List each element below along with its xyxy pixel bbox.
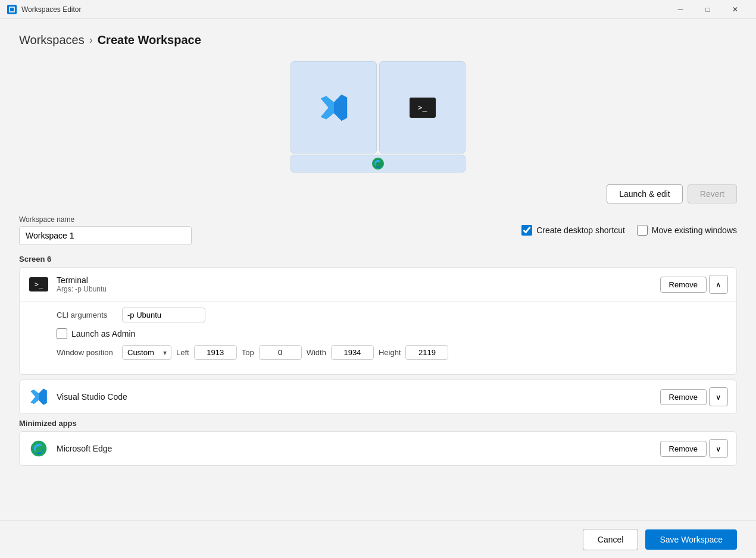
edge-icon-wrapper: [28, 438, 49, 459]
create-shortcut-label: Create desktop shortcut: [536, 225, 625, 235]
vscode-app-icon: [29, 387, 48, 406]
width-input[interactable]: [331, 345, 374, 360]
breadcrumb-parent[interactable]: Workspaces: [19, 33, 85, 47]
preview-edge-window: [290, 155, 466, 173]
preview-vscode-window: [290, 61, 377, 153]
vscode-app-name: Visual Studio Code: [57, 392, 653, 402]
top-input[interactable]: [259, 345, 302, 360]
cli-args-label: CLI arguments: [57, 311, 116, 319]
position-type-select[interactable]: Custom Default: [122, 345, 171, 360]
breadcrumb-current: Create Workspace: [98, 33, 201, 47]
launch-admin-checkbox[interactable]: Launch as Admin: [57, 328, 135, 339]
edge-app-icon: [29, 439, 48, 458]
edge-app-card: Microsoft Edge Remove ∨: [19, 431, 737, 466]
terminal-app-actions: Remove ∧: [660, 275, 728, 294]
edge-app-info: Microsoft Edge: [57, 444, 653, 453]
position-inputs: Custom Default Left Top Width Height: [122, 345, 448, 360]
chevron-down-icon: ∨: [716, 393, 721, 402]
titlebar-controls: ─ □ ✕: [667, 0, 749, 19]
launch-admin-input[interactable]: [57, 328, 67, 339]
terminal-app-icon: >_: [29, 277, 48, 291]
height-input[interactable]: [405, 345, 448, 360]
chevron-up-icon: ∧: [716, 280, 721, 289]
checkboxes-section: Create desktop shortcut Move existing wi…: [521, 225, 737, 236]
minimized-section: Minimized apps Microsoft Edge Remove: [19, 419, 737, 466]
breadcrumb-separator: ›: [89, 34, 93, 46]
bottom-padding: [19, 471, 737, 518]
vscode-app-actions: Remove ∨: [660, 387, 728, 406]
preview-container: >_: [290, 61, 466, 173]
titlebar-title: Workspaces Editor: [21, 5, 81, 14]
edge-remove-button[interactable]: Remove: [660, 441, 707, 457]
height-label: Height: [379, 348, 401, 357]
vscode-app-header: Visual Studio Code Remove ∨: [20, 380, 736, 413]
maximize-button[interactable]: □: [694, 0, 721, 19]
revert-button: Revert: [688, 184, 737, 203]
app-icon: [7, 5, 17, 14]
terminal-app-header: >_ Terminal Args: -p Ubuntu Remove ∧: [20, 268, 736, 301]
move-windows-checkbox[interactable]: Move existing windows: [637, 225, 737, 236]
workspace-settings: Workspace name Create desktop shortcut M…: [19, 215, 737, 245]
edge-app-header: Microsoft Edge Remove ∨: [20, 432, 736, 465]
launch-admin-row: Launch as Admin: [57, 328, 728, 339]
workspace-name-input[interactable]: [19, 226, 192, 245]
cancel-button[interactable]: Cancel: [583, 529, 639, 550]
preview-terminal-window: >_: [379, 61, 466, 153]
create-shortcut-checkbox[interactable]: Create desktop shortcut: [521, 225, 625, 236]
terminal-app-args: Args: -p Ubuntu: [57, 285, 653, 293]
minimized-section-label: Minimized apps: [19, 419, 737, 428]
screen-section-label: Screen 6: [19, 255, 737, 264]
window-position-label: Window position: [57, 348, 116, 357]
terminal-app-card: >_ Terminal Args: -p Ubuntu Remove ∧ CLI…: [19, 267, 737, 375]
chevron-down-icon-edge: ∨: [716, 444, 721, 453]
titlebar-left: Workspaces Editor: [7, 5, 81, 14]
terminal-icon-wrapper: >_: [28, 274, 49, 295]
launch-admin-label: Launch as Admin: [71, 329, 135, 338]
save-workspace-button[interactable]: Save Workspace: [645, 529, 737, 550]
workspace-name-section: Workspace name: [19, 215, 192, 245]
toolbar-row: Launch & edit Revert: [19, 184, 737, 203]
terminal-app-name: Terminal: [57, 275, 653, 285]
move-windows-input[interactable]: [637, 225, 648, 236]
left-input[interactable]: [194, 345, 237, 360]
preview-windows: >_: [290, 61, 466, 153]
terminal-collapse-button[interactable]: ∧: [709, 275, 728, 294]
edge-expand-button[interactable]: ∨: [709, 439, 728, 458]
left-label: Left: [176, 348, 189, 357]
vscode-preview-icon: [318, 92, 349, 123]
vscode-expand-button[interactable]: ∨: [709, 387, 728, 406]
create-shortcut-input[interactable]: [521, 225, 532, 236]
window-position-row: Window position Custom Default Left Top …: [57, 345, 728, 360]
titlebar: Workspaces Editor ─ □ ✕: [0, 0, 756, 19]
edge-app-name: Microsoft Edge: [57, 444, 653, 453]
vscode-app-info: Visual Studio Code: [57, 392, 653, 402]
vscode-app-card: Visual Studio Code Remove ∨: [19, 380, 737, 414]
edge-preview-icon: [371, 156, 385, 171]
move-windows-label: Move existing windows: [652, 225, 737, 235]
edge-app-actions: Remove ∨: [660, 439, 728, 458]
workspace-preview: >_: [19, 61, 737, 173]
terminal-app-details: CLI arguments Launch as Admin Window pos…: [20, 301, 736, 374]
main-content: Workspaces › Create Workspace >_: [0, 19, 756, 558]
top-label: Top: [242, 348, 254, 357]
close-button[interactable]: ✕: [721, 0, 749, 19]
terminal-app-info: Terminal Args: -p Ubuntu: [57, 275, 653, 293]
bottom-bar: Cancel Save Workspace: [0, 520, 756, 558]
workspace-name-label: Workspace name: [19, 215, 192, 224]
cli-args-input[interactable]: [122, 308, 205, 322]
vscode-remove-button[interactable]: Remove: [660, 389, 707, 405]
svg-rect-2: [10, 8, 14, 11]
terminal-preview-icon: >_: [410, 98, 436, 118]
cli-args-row: CLI arguments: [57, 308, 728, 322]
width-label: Width: [307, 348, 326, 357]
terminal-remove-button[interactable]: Remove: [660, 277, 707, 293]
position-type-wrapper: Custom Default: [122, 345, 171, 360]
minimize-button[interactable]: ─: [667, 0, 694, 19]
breadcrumb: Workspaces › Create Workspace: [19, 33, 737, 47]
vscode-icon-wrapper: [28, 386, 49, 407]
launch-edit-button[interactable]: Launch & edit: [607, 184, 683, 203]
